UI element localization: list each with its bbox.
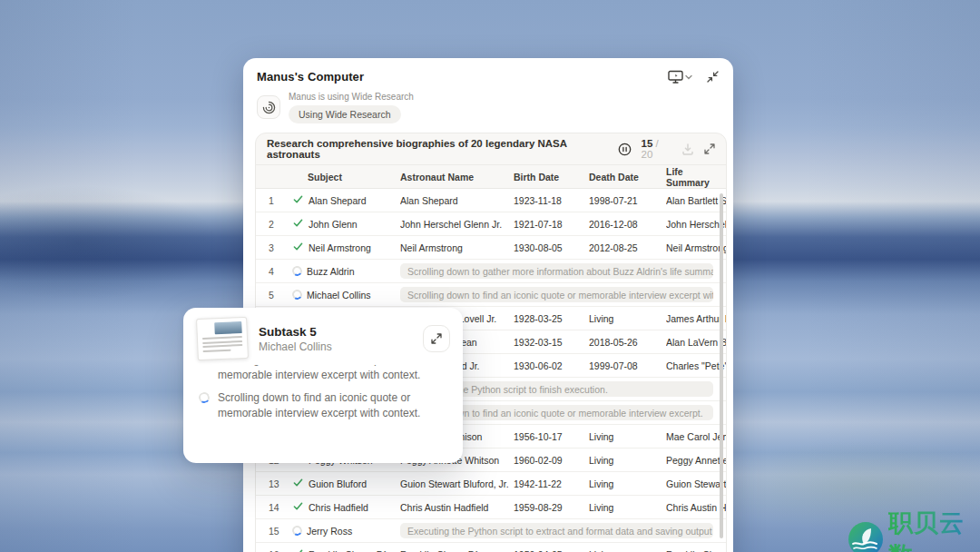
table-row: 15Jerry RossExecuting the Python script … bbox=[256, 519, 726, 543]
loading-spinner-icon bbox=[292, 526, 303, 537]
life-summary-cell: Neil Armstrong was an American bbox=[666, 242, 726, 253]
row-number: 13 bbox=[256, 478, 292, 489]
death-date-cell: Living bbox=[589, 502, 666, 513]
subject-cell: Alan Shepard bbox=[292, 193, 400, 207]
life-summary-cell: Franklin Chang-Díaz is a Costa bbox=[666, 549, 726, 552]
death-date-cell: Living bbox=[589, 313, 666, 324]
subject-label: Guion Bluford bbox=[309, 478, 367, 489]
using-wide-research-badge[interactable]: Using Wide Research bbox=[289, 105, 401, 123]
row-number: 1 bbox=[256, 195, 292, 206]
astronaut-name-cell: Franklin Chang-Díaz bbox=[400, 549, 514, 552]
life-summary-cell: Chris Austin Hadfield is a retired bbox=[666, 502, 726, 513]
subtask-popup-header: Subtask 5 Michael Collins bbox=[183, 308, 463, 365]
document-thumbnail[interactable] bbox=[196, 317, 249, 360]
log-entry-text: Scrolling down to find an iconic quote o… bbox=[218, 365, 448, 383]
spiral-logo-icon bbox=[262, 101, 276, 114]
subtask-popup: Subtask 5 Michael Collins Scrolling down… bbox=[183, 308, 463, 463]
life-summary-cell: Alan Bartlett Shepard Jr. was an Am bbox=[666, 195, 726, 206]
death-date-column-header: Death Date bbox=[589, 172, 666, 182]
subtask-log: Scrolling down to find an iconic quote o… bbox=[183, 365, 463, 452]
death-date-cell: Living bbox=[589, 549, 666, 552]
subject-label: Franklin Chang-Díaz bbox=[309, 549, 396, 552]
birth-date-cell: 1959-08-29 bbox=[514, 502, 589, 513]
death-date-cell: Living bbox=[589, 431, 666, 442]
check-icon bbox=[292, 241, 304, 254]
zhibei-watermark: 职贝云数 bbox=[848, 507, 980, 552]
death-date-cell: 1998-07-21 bbox=[589, 195, 666, 206]
subject-cell: Neil Armstrong bbox=[292, 241, 400, 254]
birth-date-cell: 1921-07-18 bbox=[514, 219, 589, 230]
download-button[interactable] bbox=[681, 143, 694, 155]
status-text: Scrolling down to gather more informatio… bbox=[400, 263, 713, 279]
table-row: 5Michael CollinsScrolling down to find a… bbox=[256, 283, 726, 307]
log-entry-text: Scrolling down to find an iconic quote o… bbox=[218, 390, 448, 421]
collapse-button[interactable] bbox=[707, 71, 719, 83]
wide-research-avatar bbox=[257, 95, 280, 119]
row-number: 2 bbox=[256, 219, 292, 230]
table-scrollbar[interactable] bbox=[720, 193, 723, 538]
death-date-cell: 2018-05-26 bbox=[589, 337, 666, 348]
check-icon bbox=[292, 547, 304, 552]
astronaut-name-cell: Neil Armstrong bbox=[400, 242, 514, 253]
subject-label: Buzz Aldrin bbox=[307, 266, 355, 277]
agent-caption: Manus is using Wide Research bbox=[289, 92, 414, 102]
subject-label: Jerry Ross bbox=[307, 526, 352, 537]
check-icon bbox=[292, 217, 304, 231]
download-icon bbox=[681, 143, 694, 155]
desktop-background: Manus's Computer bbox=[0, 0, 980, 552]
table-row: 3Neil ArmstrongNeil Armstrong1930-08-052… bbox=[256, 236, 726, 260]
table-row: 2John GlennJohn Herschel Glenn Jr.1921-0… bbox=[256, 212, 726, 236]
table-row: 1Alan ShepardAlan Shepard1923-11-181998-… bbox=[256, 189, 726, 212]
table-row: 4Buzz AldrinScrolling down to gather mor… bbox=[256, 260, 726, 283]
chevron-down-icon bbox=[685, 74, 692, 80]
astronaut-name-cell: Chris Austin Hadfield bbox=[400, 502, 514, 513]
agent-status-row: Manus is using Wide Research Using Wide … bbox=[257, 92, 719, 123]
check-icon bbox=[292, 500, 304, 514]
subject-cell: John Glenn bbox=[292, 217, 400, 231]
life-summary-cell: Guion Stewart Bluford Jr. is a ret bbox=[666, 478, 726, 489]
death-date-cell: Living bbox=[589, 455, 666, 466]
subject-column-header: Subject bbox=[292, 172, 400, 182]
row-status-cell: Scrolling down to find an iconic quote o… bbox=[400, 287, 726, 302]
birth-date-cell: 1960-02-09 bbox=[514, 455, 589, 466]
subject-label: Michael Collins bbox=[307, 290, 371, 301]
row-status-cell: Executing the Python script to extract a… bbox=[400, 523, 726, 538]
window-header: Manus's Computer bbox=[243, 58, 733, 84]
table-row: 13Guion BlufordGuion Stewart Bluford, Jr… bbox=[256, 472, 726, 496]
subject-cell: Chris Hadfield bbox=[292, 500, 400, 514]
astronaut-name-cell: John Herschel Glenn Jr. bbox=[400, 219, 514, 230]
loading-spinner-icon bbox=[292, 266, 303, 277]
birth-date-cell: 1930-08-05 bbox=[514, 242, 589, 253]
life-summary-cell: Mae Carol Jemison is an America bbox=[666, 431, 726, 442]
subtask-progress: 15 / 20 bbox=[642, 138, 671, 160]
status-text: Executing the Python script to extract a… bbox=[400, 523, 713, 538]
row-number: 3 bbox=[256, 242, 292, 253]
astronaut-name-cell: Guion Stewart Bluford, Jr. bbox=[400, 478, 514, 489]
subject-cell: Buzz Aldrin bbox=[292, 266, 400, 277]
birth-date-cell: 1942-11-22 bbox=[514, 478, 589, 489]
table-row: 14Chris HadfieldChris Austin Hadfield195… bbox=[256, 496, 726, 519]
check-icon bbox=[292, 193, 304, 207]
window-title: Manus's Computer bbox=[257, 70, 364, 84]
loading-spinner-icon bbox=[198, 365, 211, 366]
expand-subtask-button[interactable] bbox=[423, 325, 450, 352]
birth-date-cell: 1923-11-18 bbox=[514, 195, 589, 206]
subtask-log-entry: Scrolling down to find an iconic quote o… bbox=[199, 390, 448, 421]
subject-label: Chris Hadfield bbox=[309, 502, 368, 513]
expand-panel-button[interactable] bbox=[704, 143, 715, 154]
birth-date-cell: 1956-10-17 bbox=[514, 431, 589, 442]
expand-icon bbox=[431, 333, 442, 344]
zhibei-logo-icon bbox=[848, 521, 884, 552]
death-date-cell: 2012-08-25 bbox=[589, 242, 666, 253]
pause-button[interactable] bbox=[618, 143, 632, 156]
collapse-icon bbox=[707, 71, 719, 83]
subject-label: Alan Shepard bbox=[309, 195, 367, 206]
row-number: 4 bbox=[256, 266, 292, 277]
death-date-cell: 2016-12-08 bbox=[589, 219, 666, 230]
zhibei-wordmark: 职贝云数 bbox=[888, 507, 980, 552]
table-header-row: Subject Astronaut Name Birth Date Death … bbox=[256, 164, 726, 189]
pause-circle-icon bbox=[618, 143, 632, 156]
row-number: 16 bbox=[256, 549, 292, 552]
display-menu-button[interactable] bbox=[668, 70, 692, 84]
subject-cell: Guion Bluford bbox=[292, 477, 400, 490]
